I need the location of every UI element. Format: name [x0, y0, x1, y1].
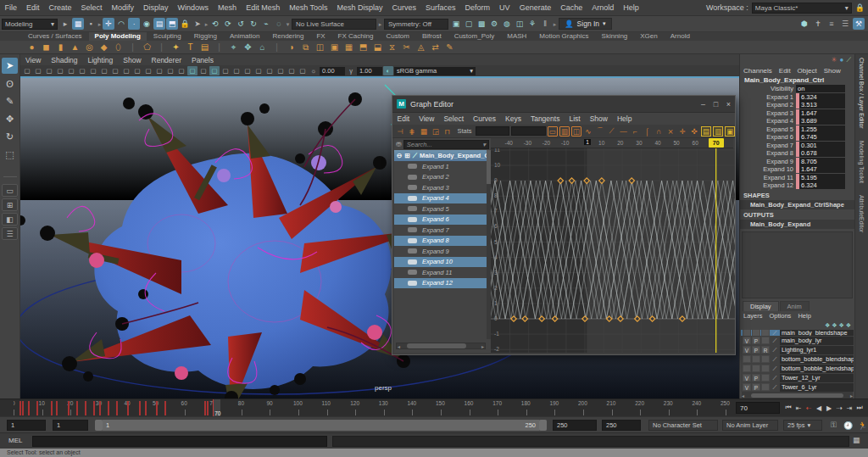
menu-uv[interactable]: UV	[495, 3, 515, 12]
maximize-button[interactable]: □	[709, 100, 722, 109]
scale-tool[interactable]: ⬚	[2, 147, 18, 163]
step-tangent-icon[interactable]: ⌐	[630, 126, 640, 137]
viewport-menu-panels[interactable]: Panels	[186, 56, 219, 64]
shelf-tab-curves-surfaces[interactable]: Curves / Surfaces	[22, 32, 88, 41]
attribute-value-field[interactable]: 6.324	[796, 93, 845, 101]
layer-name[interactable]: main_body_lyr	[780, 337, 854, 345]
snap-view-plane-icon[interactable]: ▤	[153, 18, 165, 30]
menu-arnold[interactable]: Arnold	[587, 3, 619, 12]
layer-visibility-toggle[interactable]: V	[743, 383, 751, 391]
layer-mode-toggle[interactable]: R	[761, 346, 770, 354]
region-keys-icon[interactable]: ◲	[431, 126, 441, 137]
gamma-field[interactable]: 1.00	[357, 67, 382, 75]
input-operations-icon[interactable]: ⟲	[209, 18, 221, 30]
outliner-channel-row[interactable]: Expand 5	[394, 203, 491, 215]
layer-visibility-toggle[interactable]: V	[743, 337, 751, 344]
textured-icon[interactable]: ▢	[198, 66, 209, 75]
separate-icon[interactable]: ◫	[314, 42, 326, 53]
layer-row[interactable]: VPR⟋Lighting_lyr1	[741, 345, 854, 354]
mute-toggle-icon[interactable]	[408, 238, 417, 243]
layer-visibility-toggle[interactable]: V	[743, 374, 751, 382]
mel-input-field[interactable]	[32, 436, 327, 447]
layer-playback-toggle[interactable]	[752, 330, 760, 336]
shelf-tab-custom[interactable]: Custom	[380, 32, 415, 41]
menu-edit[interactable]: Edit	[22, 3, 45, 12]
collapse-icon[interactable]: ⊖	[397, 152, 402, 159]
linear-tangent-icon[interactable]: ⟋	[607, 126, 617, 137]
poly-disc-icon[interactable]: ⬯	[112, 42, 125, 53]
channel-box-menu-channels[interactable]: Channels	[740, 67, 776, 75]
pre-infinity-cycle-icon[interactable]: ▣	[725, 126, 735, 137]
mute-toggle-icon[interactable]	[408, 206, 417, 211]
outliner-channel-row[interactable]: Expand 12	[394, 278, 491, 289]
outliner-channel-row[interactable]: Expand 11	[394, 267, 491, 278]
menu-modify[interactable]: Modify	[107, 3, 139, 12]
side-tab-channel-box-layer-editor[interactable]: Channel Box / Layer Editor	[859, 58, 865, 129]
shelf-tab-xgen[interactable]: XGen	[634, 32, 663, 41]
platonic-solid-icon[interactable]: ⬠	[141, 42, 153, 53]
menu-mesh-tools[interactable]: Mesh Tools	[285, 3, 332, 12]
playback-start-field[interactable]: 1	[53, 420, 88, 431]
select-camera-icon[interactable]: ▢	[22, 66, 32, 75]
layer-visibility-toggle[interactable]	[743, 355, 751, 363]
move-layer-down-icon[interactable]: ❖	[832, 322, 837, 329]
menu-display[interactable]: Display	[139, 3, 174, 12]
menu-deform[interactable]: Deform	[460, 3, 495, 12]
layer-mode-toggle[interactable]	[761, 355, 770, 363]
output-node-name[interactable]: Main_Body_Expand	[740, 220, 854, 229]
boolean-icon[interactable]: ◑	[285, 42, 298, 53]
graph-time-ruler[interactable]: -40-30-20-10102030405060170	[491, 138, 733, 148]
mute-toggle-icon[interactable]	[408, 175, 417, 180]
time-slider-ruler[interactable]: 0102030405060708090100110120130140150160…	[14, 399, 731, 417]
layer-name[interactable]: Tower_12_Lyr	[780, 374, 854, 382]
layer-playback-toggle[interactable]	[752, 355, 760, 363]
attribute-value-field[interactable]: on	[796, 85, 845, 92]
ipr-render-icon[interactable]: ▩	[476, 18, 487, 30]
layer-editor-menu-options[interactable]: Options	[766, 312, 795, 320]
normalized-view-icon[interactable]: ◫	[571, 126, 581, 137]
combine-icon[interactable]: ⧉	[299, 42, 312, 53]
stats-time-field[interactable]	[511, 126, 545, 136]
layer-visibility-toggle[interactable]	[743, 365, 751, 372]
screen-space-ao-icon[interactable]: ▢	[231, 66, 242, 75]
graph-editor-menu-select[interactable]: Select	[439, 114, 469, 123]
side-tab-attributeeditor[interactable]: AttributeEditor	[859, 195, 865, 232]
outliner-channel-row[interactable]: Expand 1	[394, 161, 491, 172]
rotate-tool[interactable]: ↻	[2, 129, 18, 145]
menu-create[interactable]: Create	[44, 3, 76, 12]
outliner-root-item[interactable]: ⊖⊞ ⟋ Main_Body_Expand_Ctrl	[394, 150, 491, 161]
render-current-icon[interactable]: ▢	[463, 18, 475, 30]
channel-box-object-name[interactable]: Main_Body_Expand_Ctrl	[740, 75, 854, 85]
mute-toggle-icon[interactable]	[408, 281, 417, 286]
menu-set-dropdown[interactable]: Modeling▾	[2, 19, 58, 30]
mute-toggle-icon[interactable]	[408, 185, 417, 190]
step-back-frame-button[interactable]: ⇤	[793, 401, 804, 415]
character-set-dropdown[interactable]: No Character Set	[648, 420, 718, 431]
shelf-tab-mash[interactable]: MASH	[501, 32, 532, 41]
shape-node-name[interactable]: Main_Body_Expand_CtrlShape	[740, 200, 854, 209]
gate-mask-icon[interactable]: ▢	[132, 66, 142, 75]
mute-toggle-icon[interactable]	[408, 259, 417, 265]
menu-edit-mesh[interactable]: Edit Mesh	[242, 3, 285, 12]
poly-torus-icon[interactable]: ◎	[83, 42, 96, 53]
outliner-channel-row[interactable]: Expand 2	[394, 172, 491, 183]
menu-mesh[interactable]: Mesh	[214, 3, 242, 12]
attribute-editor-icon[interactable]: ☰	[839, 18, 851, 30]
hypershade-icon[interactable]: ◫	[514, 18, 526, 30]
shelf-tab-fx[interactable]: FX	[310, 32, 331, 41]
anim-layer-dropdown[interactable]: No Anim Layer	[722, 420, 778, 431]
graph-editor-menu-view[interactable]: View	[415, 114, 439, 123]
stacked-view-icon[interactable]: ▥	[559, 126, 570, 137]
close-button[interactable]: ×	[722, 100, 735, 109]
outliner-hscrollbar[interactable]: ◂▸	[396, 343, 486, 349]
character-controls-icon[interactable]: ✝	[812, 18, 824, 30]
flat-tangent-icon[interactable]: —	[618, 126, 628, 137]
layer-row[interactable]: ⟋bottom_bobble_blendshap	[741, 364, 854, 373]
search-input[interactable]: Search...▾	[403, 140, 489, 149]
mute-toggle-icon[interactable]	[408, 164, 417, 169]
type-text-icon[interactable]: T	[184, 42, 197, 53]
layer-playback-toggle[interactable]	[752, 365, 760, 372]
layout-single-pane[interactable]: ▭	[2, 184, 18, 197]
menu-select[interactable]: Select	[76, 3, 107, 12]
shelf-tab-poly-modeling[interactable]: Poly Modeling	[89, 32, 147, 41]
